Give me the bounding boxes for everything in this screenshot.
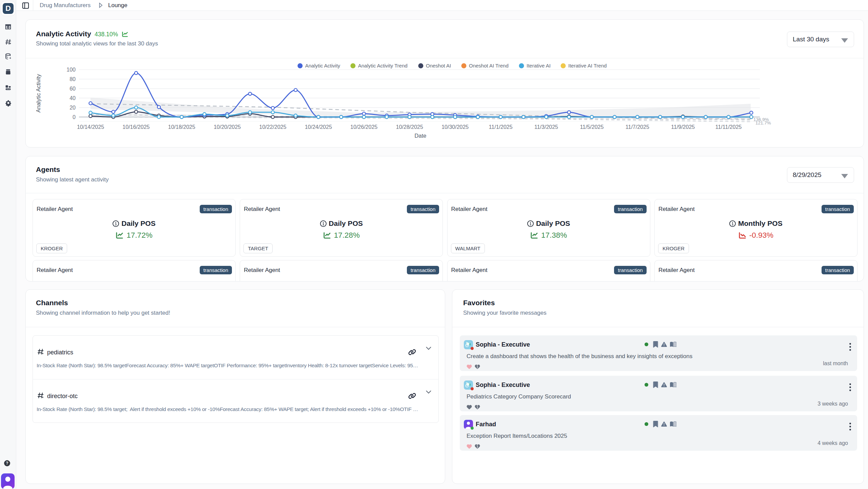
svg-text:Analytic Activity: Analytic Activity	[305, 63, 340, 69]
svg-text:Analytic Activity: Analytic Activity	[35, 74, 41, 113]
svg-text:10/14/2025: 10/14/2025	[77, 124, 104, 130]
svg-text:60: 60	[70, 86, 76, 92]
svg-text:10/20/2025: 10/20/2025	[214, 124, 241, 130]
svg-text:10/26/2025: 10/26/2025	[350, 124, 377, 130]
svg-text:10/28/2025: 10/28/2025	[396, 124, 423, 130]
svg-text:0: 0	[73, 114, 76, 120]
svg-text:100: 100	[66, 67, 76, 73]
svg-text:Analytic Activity Trend: Analytic Activity Trend	[358, 63, 408, 69]
svg-text:10/22/2025: 10/22/2025	[259, 124, 287, 130]
svg-text:80: 80	[70, 76, 76, 82]
svg-text:Iterative AI: Iterative AI	[527, 63, 551, 69]
svg-text:11/3/2025: 11/3/2025	[534, 124, 558, 130]
svg-text:121.7%: 121.7%	[755, 120, 771, 125]
svg-text:10/24/2025: 10/24/2025	[305, 124, 332, 130]
svg-text:11/11/2025: 11/11/2025	[715, 124, 742, 130]
svg-text:11/9/2025: 11/9/2025	[671, 124, 695, 130]
svg-text:Oneshot AI: Oneshot AI	[426, 63, 451, 69]
svg-text:10/16/2025: 10/16/2025	[122, 124, 150, 130]
svg-text:Iterative AI Trend: Iterative AI Trend	[568, 63, 607, 69]
svg-text:20: 20	[70, 105, 76, 111]
svg-text:11/1/2025: 11/1/2025	[489, 124, 513, 130]
svg-text:40: 40	[70, 95, 76, 101]
svg-text:10/30/2025: 10/30/2025	[441, 124, 469, 130]
svg-text:Oneshot AI Trend: Oneshot AI Trend	[469, 63, 509, 69]
svg-text:11/5/2025: 11/5/2025	[580, 124, 604, 130]
svg-text:Date: Date	[415, 133, 427, 139]
svg-text:11/7/2025: 11/7/2025	[626, 124, 649, 130]
svg-text:10/18/2025: 10/18/2025	[168, 124, 195, 130]
